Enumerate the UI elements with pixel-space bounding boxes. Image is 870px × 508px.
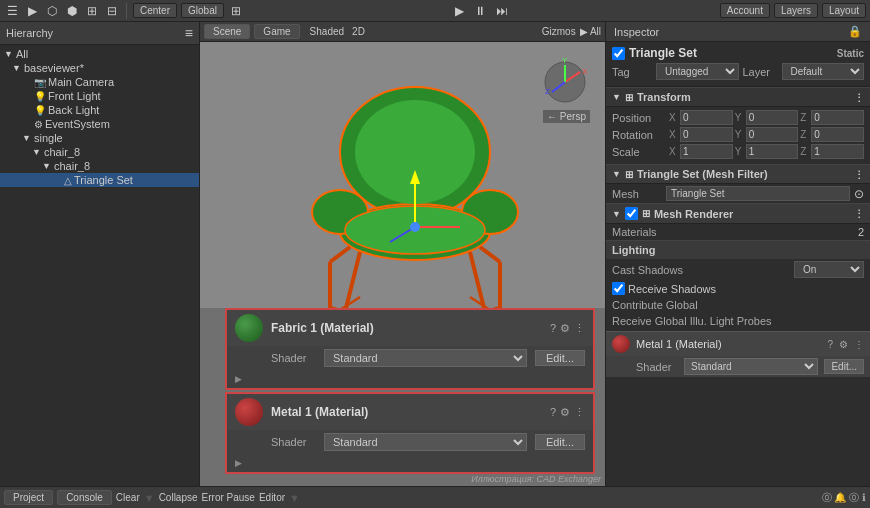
receive-shadows-checkbox[interactable]: [612, 282, 625, 295]
insp-bottom-shader-row: Shader Standard Edit...: [606, 356, 870, 377]
account-button[interactable]: Account: [720, 3, 770, 18]
mesh-filter-menu[interactable]: ⋮: [854, 169, 864, 180]
toolbar-icon-1[interactable]: ☰: [4, 2, 21, 20]
arrow-main-camera: [22, 77, 32, 87]
scale-z-field: Z: [800, 144, 864, 159]
rot-y-input[interactable]: [746, 127, 799, 142]
viewport-toolbar: Scene Game Shaded 2D Gizmos ▶ All: [200, 22, 605, 42]
inspector-lock-icon[interactable]: 🔒: [848, 25, 862, 38]
insp-bottom-help[interactable]: ?: [827, 339, 833, 350]
hier-baseviewer[interactable]: ▼ baseviewer*: [0, 61, 199, 75]
global-button[interactable]: Global: [181, 3, 224, 18]
pos-z-input[interactable]: [811, 110, 864, 125]
fabric-shader-select[interactable]: Standard: [324, 349, 527, 367]
error-pause-btn[interactable]: Error Pause: [202, 492, 255, 503]
pos-x-input[interactable]: [680, 110, 733, 125]
hier-main-camera[interactable]: 📷 Main Camera: [0, 75, 199, 89]
project-tab[interactable]: Project: [4, 490, 53, 505]
hier-triangle-set[interactable]: △ Triangle Set: [0, 173, 199, 187]
insp-bottom-edit-btn[interactable]: Edit...: [824, 359, 864, 374]
insp-bottom-menu[interactable]: ⋮: [854, 339, 864, 350]
play-icon[interactable]: ▶: [452, 2, 467, 20]
toolbar-icon-5[interactable]: ⊞: [84, 2, 100, 20]
metal-edit-button[interactable]: Edit...: [535, 434, 585, 450]
fabric-help-icon[interactable]: ?: [550, 322, 556, 334]
shaded-dropdown[interactable]: Shaded: [310, 26, 344, 37]
layers-button[interactable]: Layers: [774, 3, 818, 18]
cast-shadows-label: Cast Shadows: [612, 264, 790, 276]
step-icon[interactable]: ⏭: [493, 2, 511, 20]
metal-shader-select[interactable]: Standard: [324, 433, 527, 451]
rot-z-input[interactable]: [811, 127, 864, 142]
scene-tab[interactable]: Scene: [204, 24, 250, 39]
materials-count: 2: [858, 226, 864, 238]
pause-icon[interactable]: ⏸: [471, 2, 489, 20]
pos-x-letter: X: [669, 112, 679, 123]
mesh-renderer-checkbox[interactable]: [625, 207, 638, 220]
metal-help-icon[interactable]: ?: [550, 406, 556, 418]
metal-expand-arrow[interactable]: ▶: [231, 456, 246, 470]
toolbar-icon-6[interactable]: ⊟: [104, 2, 120, 20]
hier-single[interactable]: ▼ single: [0, 131, 199, 145]
gizmos-dropdown[interactable]: Gizmos: [542, 26, 576, 37]
hier-front-light[interactable]: 💡 Front Light: [0, 89, 199, 103]
hier-chair8-parent-label: chair_8: [44, 146, 80, 158]
clear-btn[interactable]: Clear: [116, 492, 140, 503]
cast-shadows-select[interactable]: On: [794, 261, 864, 278]
rot-z-letter: Z: [800, 129, 810, 140]
fabric-settings-icon[interactable]: ⚙: [560, 322, 570, 335]
fabric-edit-button[interactable]: Edit...: [535, 350, 585, 366]
toolbar-icon-3[interactable]: ⬡: [44, 2, 60, 20]
rot-x-input[interactable]: [680, 127, 733, 142]
svg-text:X: X: [582, 67, 588, 76]
layer-select[interactable]: Default: [782, 63, 865, 80]
viewport-canvas[interactable]: X Y Z ← Persp Fabric 1 (Material): [200, 42, 605, 486]
fabric-expand-arrow[interactable]: ▶: [231, 372, 246, 386]
pos-y-input[interactable]: [746, 110, 799, 125]
svg-line-10: [480, 247, 500, 262]
mesh-renderer-header[interactable]: ▼ ⊞ Mesh Renderer ⋮: [606, 203, 870, 224]
arrow-front-light: [22, 91, 32, 101]
scale-x-input[interactable]: [680, 144, 733, 159]
scale-y-input[interactable]: [746, 144, 799, 159]
hier-all[interactable]: ▼ All: [0, 47, 199, 61]
toolbar-icon-2[interactable]: ▶: [25, 2, 40, 20]
inspector-content[interactable]: Triangle Set Static Tag Untagged Layer D…: [606, 42, 870, 486]
all-btn[interactable]: ▶ All: [580, 26, 601, 37]
mesh-filter-header[interactable]: ▼ ⊞ Triangle Set (Mesh Filter) ⋮: [606, 164, 870, 184]
insp-bottom-settings[interactable]: ⚙: [839, 339, 848, 350]
arrow-single: ▼: [22, 133, 32, 143]
fabric-menu-icon[interactable]: ⋮: [574, 322, 585, 335]
toolbar-icon-7[interactable]: ⊞: [228, 2, 244, 20]
svg-line-8: [330, 247, 350, 262]
transform-section-header[interactable]: ▼ ⊞ Transform ⋮: [606, 87, 870, 107]
center-button[interactable]: Center: [133, 3, 177, 18]
console-tab[interactable]: Console: [57, 490, 112, 505]
transform-menu[interactable]: ⋮: [854, 92, 864, 103]
mesh-renderer-menu[interactable]: ⋮: [854, 208, 864, 219]
hierarchy-title: Hierarchy: [6, 27, 53, 39]
hier-chair8[interactable]: ▼ chair_8: [0, 159, 199, 173]
hier-back-light[interactable]: 💡 Back Light: [0, 103, 199, 117]
metal-settings-icon[interactable]: ⚙: [560, 406, 570, 419]
receive-shadows-label: Receive Shadows: [612, 282, 716, 295]
hierarchy-panel: Hierarchy ≡ ▼ All ▼ baseviewer* 📷 Main C…: [0, 22, 200, 486]
scale-z-input[interactable]: [811, 144, 864, 159]
toolbar-icon-4[interactable]: ⬢: [64, 2, 80, 20]
hier-event-system[interactable]: ⚙ EventSystem: [0, 117, 199, 131]
object-active-checkbox[interactable]: [612, 47, 625, 60]
tag-select[interactable]: Untagged: [656, 63, 739, 80]
metal-menu-icon[interactable]: ⋮: [574, 406, 585, 419]
twod-toggle[interactable]: 2D: [352, 26, 365, 37]
collapse-btn[interactable]: Collapse: [159, 492, 198, 503]
game-tab[interactable]: Game: [254, 24, 299, 39]
hierarchy-menu-icon[interactable]: ≡: [185, 25, 193, 41]
hier-chair8-parent[interactable]: ▼ chair_8: [0, 145, 199, 159]
receive-global-label: Receive Global Illu. Light Probes: [612, 315, 864, 327]
editor-btn[interactable]: Editor: [259, 492, 285, 503]
mesh-target-icon[interactable]: ⊙: [854, 187, 864, 201]
insp-bottom-shader-select[interactable]: Standard: [684, 358, 818, 375]
layout-button[interactable]: Layout: [822, 3, 866, 18]
hier-event-label: EventSystem: [45, 118, 110, 130]
position-xyz: X Y Z: [669, 110, 864, 125]
